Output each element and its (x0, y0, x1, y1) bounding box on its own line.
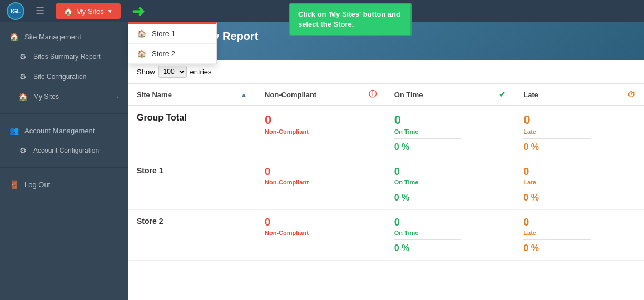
info-icon: ⓘ (369, 89, 377, 99)
cell-site-name: Group Total (128, 106, 256, 159)
cell-on-time: 0 On Time 0 % (385, 106, 515, 159)
table-row: Store 2 0 Non-Compliant 0 On Time 0 % 0 … (128, 210, 644, 261)
metric-divider (394, 138, 461, 139)
non-compliant-value: 0 (265, 166, 377, 178)
gear-icon-account: ⚙ (18, 146, 28, 155)
late-label: Late (523, 229, 635, 236)
dropdown-item-store1[interactable]: 🏠 Store 1 (128, 24, 216, 44)
sidebar-label-my-sites: My Sites (33, 93, 59, 101)
metric-divider (394, 189, 461, 189)
sidebar-item-site-configuration[interactable]: ⚙ Site Configuration (0, 67, 128, 87)
main-layout: 🏠 Site Management ⚙ Sites Summary Report… (0, 22, 644, 300)
sidebar-section-logout: 🚪 Log Out (0, 170, 128, 199)
sidebar-label-sites-summary: Sites Summary Report (33, 53, 101, 61)
metric-divider-late (523, 189, 590, 189)
logo-area: IGL (7, 2, 24, 20)
late-label: Late (523, 128, 635, 135)
sidebar-label-site-config: Site Configuration (33, 73, 86, 81)
cell-site-name: Store 1 (128, 159, 256, 210)
late-pct: 0 % (523, 193, 635, 203)
th-on-time: On Time ✔ (385, 84, 515, 106)
th-non-compliant-label: Non-Compliant (265, 91, 316, 99)
on-time-label: On Time (394, 179, 506, 186)
on-time-value: 0 (394, 166, 506, 178)
table-row: Group Total 0 Non-Compliant 0 On Time 0 … (128, 106, 644, 159)
cell-late: 0 Late 0 % (514, 106, 644, 159)
chevron-icon: ‹ (117, 93, 119, 100)
sidebar-divider (0, 113, 128, 114)
on-time-label: On Time (394, 229, 506, 236)
sidebar-label-site-management: Site Management (24, 33, 81, 41)
hamburger-button[interactable]: ☰ (31, 3, 49, 19)
on-time-value: 0 (394, 217, 506, 228)
table-header-row: Site Name ▲ Non-Compliant ⓘ (128, 84, 644, 106)
metric-divider-late (523, 239, 590, 240)
sort-icon[interactable]: ▲ (241, 91, 247, 98)
table-row: Store 1 0 Non-Compliant 0 On Time 0 % 0 … (128, 159, 644, 210)
sidebar: 🏠 Site Management ⚙ Sites Summary Report… (0, 22, 128, 300)
on-time-pct: 0 % (394, 243, 506, 253)
checkmark-icon: ✔ (499, 90, 506, 99)
th-non-compliant: Non-Compliant ⓘ (256, 84, 385, 106)
clock-icon: ⏱ (627, 90, 635, 99)
non-compliant-value: 0 (265, 113, 377, 127)
store1-label: Store 1 (152, 29, 175, 38)
gear-icon-config: ⚙ (18, 72, 28, 81)
sidebar-item-my-sites[interactable]: 🏠 My Sites ‹ (0, 87, 128, 107)
sidebar-item-site-management[interactable]: 🏠 Site Management (0, 27, 128, 47)
tooltip-box: Click on 'My Sites' button and select th… (289, 3, 412, 36)
cell-non-compliant: 0 Non-Compliant (256, 210, 385, 261)
sidebar-section-account: 👥 Account Management ⚙ Account Configura… (0, 116, 128, 165)
late-pct: 0 % (523, 142, 635, 152)
table-wrapper: Site Name ▲ Non-Compliant ⓘ (128, 84, 644, 300)
home-sm-icon: 🏠 (137, 29, 146, 38)
show-label: Show (137, 68, 155, 76)
cell-late: 0 Late 0 % (514, 159, 644, 210)
sidebar-item-logout[interactable]: 🚪 Log Out (0, 174, 128, 194)
non-compliant-label: Non-Compliant (265, 128, 377, 135)
sidebar-section-site-mgmt: 🏠 Site Management ⚙ Sites Summary Report… (0, 22, 128, 111)
top-nav: IGL ☰ 🏠 My Sites ▼ ➜ Click on 'My Sites'… (0, 0, 644, 22)
on-time-pct: 0 % (394, 193, 506, 203)
th-late: Late ⏱ (514, 84, 644, 106)
metric-divider-late (523, 138, 590, 139)
logo: IGL (7, 2, 24, 20)
dropdown-item-store2[interactable]: 🏠 Store 2 (128, 44, 216, 64)
my-sites-button[interactable]: 🏠 My Sites ▼ (56, 3, 121, 19)
th-late-label: Late (523, 91, 538, 99)
my-sites-label: My Sites (76, 7, 104, 16)
sidebar-item-account-configuration[interactable]: ⚙ Account Configuration (0, 141, 128, 161)
home-icon-sm: 🏠 (9, 32, 19, 41)
sidebar-label-logout: Log Out (24, 181, 50, 189)
table-body: Group Total 0 Non-Compliant 0 On Time 0 … (128, 106, 644, 261)
my-sites-dropdown: 🏠 Store 1 🏠 Store 2 (128, 22, 217, 64)
home-sm-icon-2: 🏠 (137, 49, 146, 58)
cell-on-time: 0 On Time 0 % (385, 210, 515, 261)
metric-divider (394, 239, 461, 240)
logout-icon: 🚪 (9, 180, 19, 189)
cell-site-name: Store 2 (128, 210, 256, 261)
entries-label: entries (190, 68, 212, 76)
on-time-pct: 0 % (394, 142, 506, 152)
sidebar-item-sites-summary-report[interactable]: ⚙ Sites Summary Report (0, 47, 128, 67)
arrow-indicator: ➜ (132, 2, 145, 21)
th-site-name-label: Site Name (137, 91, 172, 99)
non-compliant-label: Non-Compliant (265, 229, 377, 236)
non-compliant-label: Non-Compliant (265, 179, 377, 186)
cell-non-compliant: 0 Non-Compliant (256, 159, 385, 210)
th-on-time-label: On Time (394, 91, 423, 99)
sidebar-label-account-config: Account Configuration (33, 147, 99, 154)
sidebar-item-account-management[interactable]: 👥 Account Management (0, 121, 128, 141)
late-label: Late (523, 179, 635, 186)
caret-icon: ▼ (107, 8, 113, 14)
sidebar-divider-2 (0, 167, 128, 168)
late-value: 0 (523, 217, 635, 228)
cell-non-compliant: 0 Non-Compliant (256, 106, 385, 159)
late-pct: 0 % (523, 243, 635, 253)
entries-select[interactable]: 100 25 50 (158, 66, 187, 78)
cell-late: 0 Late 0 % (514, 210, 644, 261)
home-icon: 🏠 (63, 7, 73, 16)
non-compliant-value: 0 (265, 217, 377, 228)
cell-on-time: 0 On Time 0 % (385, 159, 515, 210)
sites-table: Site Name ▲ Non-Compliant ⓘ (128, 84, 644, 261)
